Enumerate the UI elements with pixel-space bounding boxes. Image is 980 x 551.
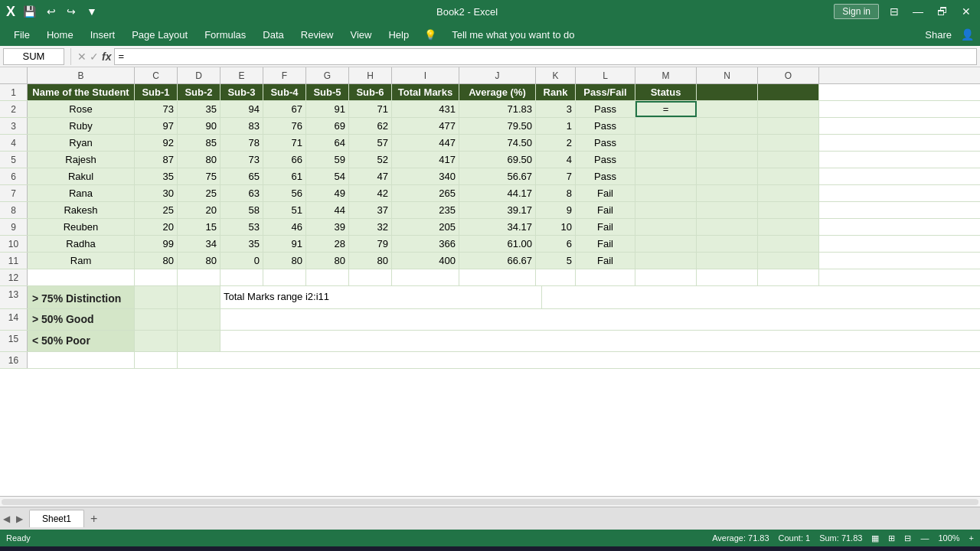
cell-m7[interactable] bbox=[635, 185, 697, 201]
cell-k2[interactable]: 3 bbox=[536, 101, 576, 117]
customize-icon[interactable]: ▼ bbox=[83, 5, 100, 18]
cell-d7[interactable]: 25 bbox=[178, 185, 220, 201]
cell-k6[interactable]: 7 bbox=[536, 168, 576, 184]
formula-fx-icon[interactable]: fx bbox=[102, 51, 111, 63]
cell-b9[interactable]: Reuben bbox=[28, 219, 135, 235]
cell-c7[interactable]: 30 bbox=[135, 185, 178, 201]
col-header-l[interactable]: L bbox=[576, 67, 635, 83]
cell-b15[interactable]: < 50% Poor bbox=[28, 331, 135, 351]
cell-c8[interactable]: 25 bbox=[135, 202, 178, 218]
cell-i1[interactable]: Total Marks bbox=[392, 84, 459, 100]
cell-f12[interactable] bbox=[263, 269, 306, 285]
cell-d10[interactable]: 34 bbox=[178, 236, 220, 252]
cell-n8[interactable] bbox=[697, 202, 758, 218]
cell-n3[interactable] bbox=[697, 118, 758, 134]
formula-input[interactable] bbox=[114, 48, 977, 65]
cell-f9[interactable]: 46 bbox=[263, 219, 306, 235]
cell-j1[interactable]: Average (%) bbox=[459, 84, 536, 100]
cell-f6[interactable]: 61 bbox=[263, 168, 306, 184]
sheet-tab-sheet1[interactable]: Sheet1 bbox=[29, 510, 84, 527]
cell-j12[interactable] bbox=[459, 269, 536, 285]
cell-m4[interactable] bbox=[635, 135, 697, 151]
cell-k1[interactable]: Rank bbox=[536, 84, 576, 100]
cell-h5[interactable]: 52 bbox=[349, 152, 392, 168]
cell-j7[interactable]: 44.17 bbox=[459, 185, 536, 201]
cell-d13[interactable] bbox=[178, 286, 220, 308]
cell-o3[interactable] bbox=[758, 118, 819, 134]
close-button[interactable]: ✕ bbox=[959, 5, 974, 18]
cell-h9[interactable]: 32 bbox=[349, 219, 392, 235]
cell-h11[interactable]: 80 bbox=[349, 253, 392, 269]
col-header-n[interactable]: N bbox=[697, 67, 758, 83]
cell-f11[interactable]: 80 bbox=[263, 253, 306, 269]
cell-l10[interactable]: Fail bbox=[576, 236, 635, 252]
cell-l2[interactable]: Pass bbox=[576, 101, 635, 117]
cell-k7[interactable]: 8 bbox=[536, 185, 576, 201]
cell-e9[interactable]: 53 bbox=[220, 219, 263, 235]
cell-g3[interactable]: 69 bbox=[306, 118, 349, 134]
cell-l1[interactable]: Pass/Fail bbox=[576, 84, 635, 100]
cell-h7[interactable]: 42 bbox=[349, 185, 392, 201]
cell-j2[interactable]: 71.83 bbox=[459, 101, 536, 117]
cell-m2[interactable]: = bbox=[635, 101, 697, 117]
cell-c16[interactable] bbox=[135, 352, 178, 368]
col-header-i[interactable]: I bbox=[392, 67, 459, 83]
cell-f2[interactable]: 67 bbox=[263, 101, 306, 117]
cell-b6[interactable]: Rakul bbox=[28, 168, 135, 184]
cell-d5[interactable]: 80 bbox=[178, 152, 220, 168]
cell-f4[interactable]: 71 bbox=[263, 135, 306, 151]
cell-c9[interactable]: 20 bbox=[135, 219, 178, 235]
cell-g4[interactable]: 64 bbox=[306, 135, 349, 151]
col-header-g[interactable]: G bbox=[306, 67, 349, 83]
cell-o2[interactable] bbox=[758, 101, 819, 117]
cell-c11[interactable]: 80 bbox=[135, 253, 178, 269]
add-sheet-icon[interactable]: + bbox=[86, 512, 102, 526]
cell-c2[interactable]: 73 bbox=[135, 101, 178, 117]
menu-view[interactable]: View bbox=[342, 26, 379, 44]
cell-n10[interactable] bbox=[697, 236, 758, 252]
col-header-o[interactable]: O bbox=[758, 67, 819, 83]
cell-l9[interactable]: Fail bbox=[576, 219, 635, 235]
cell-n9[interactable] bbox=[697, 219, 758, 235]
col-header-m[interactable]: M bbox=[635, 67, 697, 83]
cell-l5[interactable]: Pass bbox=[576, 152, 635, 168]
signin-button[interactable]: Sign in bbox=[834, 4, 879, 19]
cell-e5[interactable]: 73 bbox=[220, 152, 263, 168]
cell-d9[interactable]: 15 bbox=[178, 219, 220, 235]
cell-e10[interactable]: 35 bbox=[220, 236, 263, 252]
cell-l6[interactable]: Pass bbox=[576, 168, 635, 184]
cell-n5[interactable] bbox=[697, 152, 758, 168]
cell-c13[interactable] bbox=[135, 286, 178, 308]
cell-d12[interactable] bbox=[178, 269, 220, 285]
cell-c4[interactable]: 92 bbox=[135, 135, 178, 151]
menu-tell-me[interactable]: Tell me what you want to do bbox=[444, 26, 916, 44]
cell-d15[interactable] bbox=[178, 331, 220, 351]
cell-f5[interactable]: 66 bbox=[263, 152, 306, 168]
cell-i4[interactable]: 447 bbox=[392, 135, 459, 151]
cell-j9[interactable]: 34.17 bbox=[459, 219, 536, 235]
cell-d14[interactable] bbox=[178, 309, 220, 330]
cell-b14[interactable]: > 50% Good bbox=[28, 309, 135, 330]
cell-d11[interactable]: 80 bbox=[178, 253, 220, 269]
cell-h4[interactable]: 57 bbox=[349, 135, 392, 151]
cell-k11[interactable]: 5 bbox=[536, 253, 576, 269]
cell-b11[interactable]: Ram bbox=[28, 253, 135, 269]
cell-c12[interactable] bbox=[135, 269, 178, 285]
cell-b16[interactable] bbox=[28, 352, 135, 368]
cell-j6[interactable]: 56.67 bbox=[459, 168, 536, 184]
menu-help[interactable]: Help bbox=[381, 26, 416, 44]
cell-n4[interactable] bbox=[697, 135, 758, 151]
cell-i12[interactable] bbox=[392, 269, 459, 285]
cell-o4[interactable] bbox=[758, 135, 819, 151]
cell-h3[interactable]: 62 bbox=[349, 118, 392, 134]
cell-e3[interactable]: 83 bbox=[220, 118, 263, 134]
horizontal-scrollbar[interactable] bbox=[0, 496, 980, 507]
cell-e2[interactable]: 94 bbox=[220, 101, 263, 117]
cell-k8[interactable]: 9 bbox=[536, 202, 576, 218]
cell-k9[interactable]: 10 bbox=[536, 219, 576, 235]
cell-m6[interactable] bbox=[635, 168, 697, 184]
cell-n6[interactable] bbox=[697, 168, 758, 184]
cell-e4[interactable]: 78 bbox=[220, 135, 263, 151]
cell-l7[interactable]: Fail bbox=[576, 185, 635, 201]
cell-c10[interactable]: 99 bbox=[135, 236, 178, 252]
